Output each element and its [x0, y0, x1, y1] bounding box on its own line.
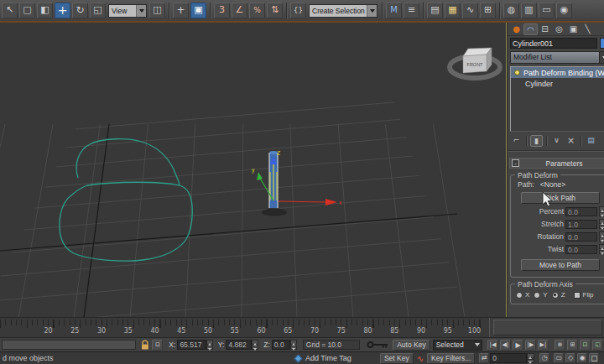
new-key-default-in-out-tangents-icon[interactable]: ∿	[417, 354, 424, 363]
y-coord-field[interactable]: 4.882	[226, 340, 252, 350]
twist-spinner[interactable]	[599, 244, 604, 254]
object-name-field[interactable]: Cylinder001	[510, 38, 597, 49]
zoom-region-icon[interactable]: ▭	[554, 353, 564, 363]
layer-manager-icon[interactable]: ▤	[427, 3, 443, 18]
stretch-spinner[interactable]	[599, 219, 604, 229]
maximize-viewport-toggle-icon[interactable]: ◻	[589, 353, 599, 363]
rotation-field[interactable]: 0.0	[565, 232, 597, 242]
flip-checkbox[interactable]	[574, 292, 581, 299]
set-key-button[interactable]: Set Key	[380, 353, 414, 364]
render-setup-icon[interactable]: ▥	[521, 3, 537, 18]
x-coord-spinner[interactable]	[206, 340, 213, 350]
key-filters-button[interactable]: Key Filters...	[427, 353, 475, 364]
parameters-rollout-header[interactable]: - Parameters	[509, 158, 604, 169]
track-bar[interactable]: 20253035404550556065707580859095100	[0, 318, 490, 337]
current-frame-spinner[interactable]	[527, 353, 534, 363]
select-and-move-icon[interactable]: +	[55, 3, 70, 18]
viewcube[interactable]: FRONT	[450, 48, 500, 78]
zoom-icon[interactable]: ⊕	[555, 340, 565, 351]
zoom-extents-all-icon[interactable]: ◱	[592, 340, 603, 351]
axis-y-radio[interactable]	[534, 292, 540, 299]
axis-z-radio[interactable]	[552, 292, 559, 299]
reference-coordinate-system-dropdown-arrow[interactable]	[136, 5, 146, 17]
previous-frame-button[interactable]: ◀|	[500, 340, 511, 351]
rollout-collapse-icon[interactable]: -	[512, 159, 519, 167]
modifier-enabled-bulb-icon[interactable]	[514, 70, 520, 75]
tab-modify[interactable]: ◠	[523, 23, 538, 35]
twist-field[interactable]: 0.0	[565, 245, 597, 254]
window-crossing-toggle-icon[interactable]: ◧	[37, 3, 53, 18]
snaps-toggle-3d-icon[interactable]: 3	[214, 3, 230, 18]
edit-named-selection-sets-icon[interactable]: {}	[290, 3, 306, 18]
play-button[interactable]: ▶	[513, 340, 523, 351]
key-mode-toggle-icon[interactable]: ⇄	[479, 353, 489, 363]
stretch-field[interactable]: 1.0	[565, 220, 597, 229]
reference-coordinate-system-dropdown[interactable]: View	[108, 4, 147, 18]
percent-field[interactable]: 0.0	[565, 207, 597, 216]
select-and-manipulate-icon[interactable]: +	[173, 3, 189, 18]
pan-icon[interactable]: ◇	[565, 353, 575, 363]
percent-spinner[interactable]	[599, 206, 604, 216]
go-to-end-button[interactable]: ▶|	[538, 340, 549, 351]
viewport-front[interactable]: Z y x FRONT	[0, 23, 507, 317]
rectangular-selection-region-icon[interactable]: ▢	[19, 3, 35, 18]
pin-stack-icon[interactable]: ⌐	[510, 135, 523, 147]
tab-display[interactable]: ▣	[566, 23, 581, 35]
curve-editor-icon[interactable]: ∿	[462, 3, 478, 18]
mirror-icon[interactable]: M	[386, 3, 402, 18]
maxscript-mini-listener[interactable]	[2, 340, 136, 350]
go-to-start-button[interactable]: |◀	[487, 340, 498, 351]
align-icon[interactable]: ≡	[404, 3, 419, 18]
y-coord-spinner[interactable]	[252, 340, 258, 350]
show-end-result-icon[interactable]: ▮	[530, 135, 543, 147]
object-color-swatch[interactable]	[600, 38, 604, 49]
transform-typein-toggle-icon[interactable]: ⊡	[152, 340, 163, 351]
pick-path-button[interactable]: Pick Path	[521, 192, 600, 204]
selection-lock-toggle-icon[interactable]	[141, 340, 149, 351]
named-selection-sets-dropdown-arrow[interactable]	[367, 5, 377, 17]
tab-utilities[interactable]: ╲	[581, 23, 595, 35]
select-object-icon[interactable]: ↖	[2, 3, 18, 18]
tab-hierarchy[interactable]: ⊟	[538, 23, 552, 35]
orbit-icon[interactable]: ◉	[577, 353, 587, 363]
make-unique-icon[interactable]: ∨	[550, 135, 563, 147]
named-selection-sets-dropdown[interactable]: Create Selection Se	[309, 4, 378, 18]
viewport-canvas[interactable]: Z y x FRONT	[0, 23, 506, 317]
modifier-stack-item[interactable]: Path Deform Binding (WS	[511, 67, 604, 78]
viewcube-front-label[interactable]: FRONT	[467, 62, 484, 67]
axis-x-radio[interactable]	[516, 292, 523, 299]
z-coord-field[interactable]: 0.0	[272, 340, 290, 350]
scene-explorer-icon[interactable]: ▦	[445, 3, 461, 18]
next-frame-button[interactable]: |▶	[525, 340, 536, 351]
key-mode-dropdown[interactable]: Selected	[433, 340, 482, 351]
add-time-tag[interactable]: Add Time Tag	[295, 354, 351, 362]
use-pivot-point-center-icon[interactable]: ◫	[149, 3, 165, 18]
move-to-path-button[interactable]: Move to Path	[521, 259, 600, 271]
remove-modifier-icon[interactable]: ×	[565, 135, 577, 147]
path-spline-loop[interactable]	[60, 182, 192, 261]
angle-snap-toggle-icon[interactable]: ∠	[232, 3, 247, 18]
x-coord-field[interactable]: 65.517	[177, 340, 206, 350]
rotation-spinner[interactable]	[599, 231, 604, 242]
modifier-stack[interactable]: Path Deform Binding (WSCylinder	[510, 66, 604, 132]
tab-create[interactable]: ●	[509, 23, 523, 35]
transform-gizmo[interactable]: Z y x	[252, 150, 342, 205]
select-and-scale-icon[interactable]: ◱	[90, 3, 106, 18]
modifier-stack-item[interactable]: Cylinder	[511, 78, 604, 89]
material-editor-icon[interactable]: ◍	[503, 3, 519, 18]
modifier-list-arrow[interactable]	[599, 52, 604, 63]
zoom-extents-icon[interactable]: ⊡	[580, 340, 591, 351]
modifier-list-dropdown[interactable]: Modifier List	[510, 51, 604, 64]
spinner-snap-toggle-icon[interactable]: ⇅	[267, 3, 283, 18]
path-spline-arc[interactable]	[76, 139, 180, 185]
current-frame-field[interactable]: 0	[490, 353, 527, 363]
time-configuration-icon[interactable]: ◷	[539, 353, 549, 363]
percent-snap-toggle-icon[interactable]: %	[249, 3, 265, 18]
z-coord-spinner[interactable]	[290, 340, 297, 350]
schematic-view-icon[interactable]: ⊞	[480, 3, 496, 18]
tab-motion[interactable]: ◎	[552, 23, 566, 35]
render-production-icon[interactable]: ◉	[556, 3, 572, 18]
select-and-rotate-icon[interactable]: ↻	[72, 3, 88, 18]
zoom-all-icon[interactable]: ⊞	[567, 340, 578, 351]
configure-modifier-sets-icon[interactable]: ▤	[585, 135, 597, 147]
